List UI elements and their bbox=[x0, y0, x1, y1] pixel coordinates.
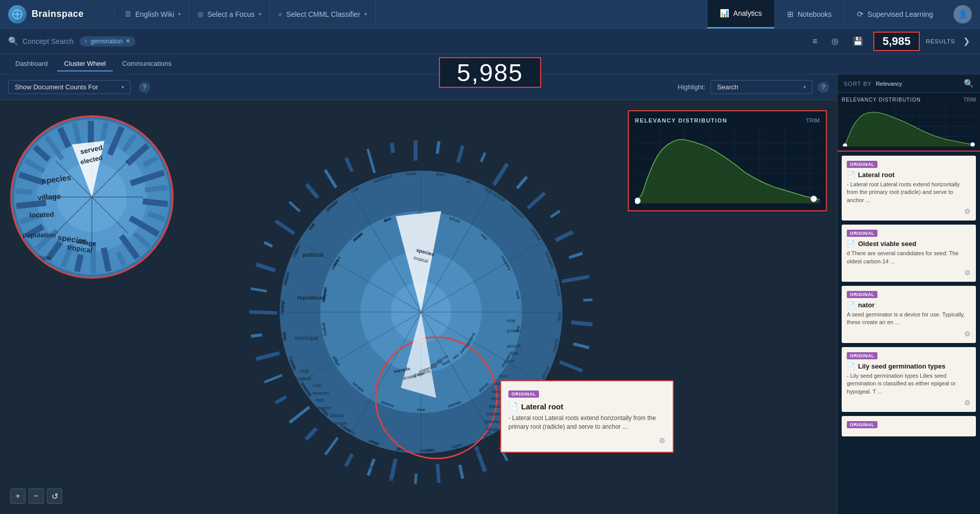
nav-divider-1 bbox=[114, 7, 115, 22]
subnav-communications[interactable]: Communications bbox=[115, 57, 179, 71]
nav-tab-analytics[interactable]: 📊 Analytics bbox=[707, 0, 774, 29]
nav-select-focus-label: Select a Focus bbox=[207, 10, 255, 18]
nav-tab-notebooks[interactable]: ⊞ Notebooks bbox=[774, 0, 844, 29]
svg-text:village: village bbox=[486, 427, 499, 432]
highlight-dropdown[interactable]: Search ▾ bbox=[710, 80, 813, 94]
svg-text:season: season bbox=[315, 405, 331, 410]
nav-right-area: 📊 Analytics ⊞ Notebooks ⟳ Supervised Lea… bbox=[707, 0, 980, 29]
doc-icon-3: 📄 bbox=[847, 362, 855, 370]
relevancy-overlay-header: RELEVANCY DISTRIBUTION TRIM bbox=[635, 117, 820, 124]
zoom-out-button[interactable]: − bbox=[29, 488, 44, 504]
svg-text:born: born bbox=[499, 374, 508, 379]
nav-select-cmml[interactable]: ⟐ Select CMML Classifier ▾ bbox=[270, 0, 376, 29]
highlight-value: Search bbox=[717, 83, 738, 91]
svg-text:tournament: tournament bbox=[340, 449, 364, 454]
sort-value: Relevancy bbox=[876, 81, 902, 87]
svg-rect-36 bbox=[304, 427, 317, 441]
svg-text:season: season bbox=[333, 421, 348, 426]
concept-search-label: 🔍 Concept Search bbox=[8, 36, 74, 46]
doc-card-header-1: ORIGINAL bbox=[847, 230, 971, 237]
sort-search-icon[interactable]: 🔍 bbox=[964, 79, 974, 88]
svg-text:club: club bbox=[315, 397, 325, 403]
svg-text:book: book bbox=[406, 170, 416, 176]
relevancy-chart-small bbox=[842, 106, 976, 146]
sort-bar: SORT BY Relevancy 🔍 bbox=[838, 75, 980, 93]
svg-text:municipal: municipal bbox=[467, 449, 486, 454]
zoom-in-button[interactable]: + bbox=[10, 488, 26, 504]
svg-text:located: located bbox=[487, 411, 502, 417]
nav-english-wiki-label: English Wiki bbox=[135, 10, 174, 18]
svg-text:died: died bbox=[509, 351, 518, 356]
close-icon[interactable]: ✕ bbox=[126, 38, 130, 44]
svg-rect-9 bbox=[436, 141, 440, 154]
logo-icon bbox=[8, 5, 27, 23]
popup-gear-button[interactable]: ⚙ bbox=[659, 436, 666, 445]
chevron-down-icon: ▾ bbox=[178, 11, 181, 17]
doc-title-3: 📄 Lily seed germination types bbox=[847, 362, 971, 370]
trim-button[interactable]: TRIM bbox=[964, 97, 976, 103]
help-button-1[interactable]: ? bbox=[139, 82, 150, 93]
popup-actions: ⚙ bbox=[508, 436, 666, 445]
subnav-cluster-wheel[interactable]: Cluster Wheel bbox=[57, 57, 113, 71]
svg-rect-8 bbox=[413, 140, 418, 161]
help-button-2[interactable]: ? bbox=[818, 82, 829, 93]
svg-rect-43 bbox=[251, 287, 267, 292]
analytics-icon: 📊 bbox=[720, 9, 729, 18]
svg-rect-18 bbox=[561, 275, 590, 283]
relevancy-panel-title: RELEVANCY DISTRIBUTION bbox=[842, 97, 921, 103]
svg-text:series: series bbox=[420, 448, 432, 454]
svg-rect-31 bbox=[414, 474, 417, 484]
expand-icon[interactable]: ❯ bbox=[961, 34, 972, 48]
original-badge-3: ORIGINAL bbox=[847, 352, 877, 359]
doc-gear-button-0[interactable]: ⚙ bbox=[964, 207, 971, 215]
doc-title-1: 📄 Oldest viable seed bbox=[847, 240, 971, 248]
svg-rect-37 bbox=[288, 406, 310, 424]
svg-text:political: political bbox=[303, 252, 324, 258]
show-document-counts-label: Show Document Counts For bbox=[15, 83, 98, 91]
subnav-dashboard[interactable]: Dashboard bbox=[8, 57, 55, 71]
doc-icon-2: 📄 bbox=[847, 301, 855, 309]
highlight-area: Highlight: Search ▾ ? bbox=[678, 80, 829, 94]
nav-tab-supervised-learning[interactable]: ⟳ Supervised Learning bbox=[844, 0, 945, 29]
doc-gear-button-1[interactable]: ⚙ bbox=[964, 268, 971, 277]
original-badge-0: ORIGINAL bbox=[847, 161, 877, 168]
notebooks-icon: ⊞ bbox=[787, 10, 794, 19]
svg-text:club: club bbox=[312, 382, 322, 388]
svg-text:club: club bbox=[300, 368, 310, 374]
filter-icon[interactable]: ≡ bbox=[808, 35, 821, 48]
doc-gear-button-3[interactable]: ⚙ bbox=[964, 399, 971, 407]
original-badge-1: ORIGINAL bbox=[847, 230, 877, 237]
doc-card-header-3: ORIGINAL bbox=[847, 352, 971, 359]
svg-text:area: area bbox=[406, 487, 415, 492]
doc-card-1: ORIGINAL 📄 Oldest viable seed d There ar… bbox=[842, 225, 976, 282]
svg-rect-15 bbox=[550, 210, 560, 218]
svg-text:species: species bbox=[484, 419, 502, 424]
svg-rect-52 bbox=[389, 142, 395, 153]
chevron-down-icon-4: ▾ bbox=[121, 84, 124, 90]
svg-text:aircraft: aircraft bbox=[507, 344, 521, 349]
doc-cards-container: ORIGINAL 📄 Lateral root - Lateral root L… bbox=[838, 152, 980, 514]
svg-rect-42 bbox=[249, 310, 277, 315]
relevancy-chart-large bbox=[635, 128, 820, 204]
save-icon[interactable]: 💾 bbox=[849, 34, 867, 48]
svg-text:season: season bbox=[312, 390, 329, 396]
target-icon[interactable]: ◎ bbox=[827, 34, 843, 48]
result-count-value: 5,985 bbox=[883, 35, 911, 48]
search-icon: 🔍 bbox=[8, 36, 18, 46]
popup-title: 📄 Lateral root bbox=[508, 402, 666, 411]
nav-english-wiki[interactable]: ☰ English Wiki ▾ bbox=[117, 0, 189, 29]
nav-select-focus[interactable]: ◎ Select a Focus ▾ bbox=[189, 0, 270, 29]
user-avatar[interactable]: 👤 bbox=[953, 5, 972, 23]
supervised-learning-icon: ⟳ bbox=[857, 10, 864, 19]
search-tag-germination[interactable]: c germination ✕ bbox=[80, 36, 135, 46]
result-count-right: 5,985 bbox=[873, 32, 920, 51]
svg-point-254 bbox=[971, 142, 975, 146]
svg-rect-49 bbox=[324, 169, 337, 188]
doc-snippet-1: d There are several candidates for seed:… bbox=[847, 250, 971, 265]
svg-point-253 bbox=[843, 143, 847, 146]
doc-gear-button-2[interactable]: ⚙ bbox=[964, 330, 971, 338]
zoom-reset-button[interactable]: ↺ bbox=[47, 488, 62, 504]
doc-actions-2: ⚙ bbox=[847, 330, 971, 338]
trim-overlay-button[interactable]: TRIM bbox=[806, 117, 820, 124]
show-document-counts-dropdown[interactable]: Show Document Counts For ▾ bbox=[8, 80, 131, 94]
